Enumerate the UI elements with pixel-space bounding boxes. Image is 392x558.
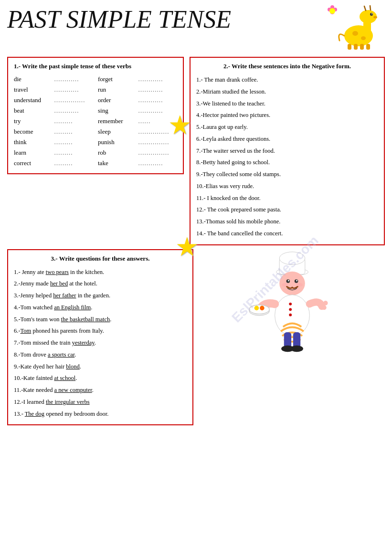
svg-line-8 bbox=[364, 6, 366, 11]
underlined-text: blond bbox=[66, 363, 79, 370]
svg-point-7 bbox=[361, 36, 366, 40]
svg-point-39 bbox=[322, 305, 327, 310]
verb-word: forget bbox=[98, 75, 136, 83]
star-decoration-2: ★ bbox=[175, 234, 199, 260]
underlined-text: the basketball match bbox=[61, 316, 110, 323]
verb-row: learn ……… bbox=[14, 147, 93, 158]
verb-word: sleep bbox=[98, 128, 136, 136]
underlined-text: her bed bbox=[50, 280, 68, 287]
verb-row: take ………… bbox=[98, 158, 177, 168]
verbs-grid: die ………… travel ………… understand …………… be… bbox=[14, 74, 177, 168]
verb-row: punish …………… bbox=[98, 137, 177, 147]
verb-word: punish bbox=[98, 138, 136, 146]
verb-word: learn bbox=[14, 149, 52, 157]
verb-dots: ………… bbox=[138, 96, 177, 104]
svg-point-35 bbox=[254, 305, 259, 310]
svg-point-25 bbox=[287, 280, 289, 281]
verb-row: become ……… bbox=[14, 126, 93, 137]
chef-area bbox=[199, 249, 385, 359]
verb-dots: ………… bbox=[54, 86, 93, 94]
list-item: 6.-Tom phoned his parents from Italy. bbox=[14, 325, 187, 337]
svg-point-18 bbox=[329, 8, 335, 14]
underlined-text: Tom bbox=[21, 327, 32, 334]
verb-dots: ……… bbox=[54, 128, 93, 136]
verb-row: try ……… bbox=[14, 116, 93, 126]
verbs-left: die ………… travel ………… understand …………… be… bbox=[14, 74, 93, 168]
svg-point-34 bbox=[249, 305, 269, 314]
verb-word: become bbox=[14, 128, 52, 136]
svg-point-30 bbox=[289, 302, 292, 305]
verb-word: remember bbox=[98, 117, 136, 125]
underlined-text: her father bbox=[53, 292, 76, 299]
svg-point-5 bbox=[373, 16, 377, 19]
section-2-sentences: 1.- The man drank coffee. 2.-Miriam stud… bbox=[196, 74, 378, 240]
list-item: 10.-Elias was very rude. bbox=[196, 180, 378, 192]
chef-illustration bbox=[244, 249, 340, 354]
verb-dots: ……… bbox=[54, 138, 93, 146]
section-1: 1.- Write the past simple tense of these… bbox=[7, 57, 184, 174]
section-2: 2.- Write these sentences into the Negat… bbox=[190, 57, 385, 245]
svg-point-32 bbox=[289, 313, 292, 316]
list-item: 7.-Tom missed the train yesterday. bbox=[14, 337, 187, 349]
star-decoration-1: ★ bbox=[168, 112, 191, 138]
svg-rect-10 bbox=[348, 44, 351, 50]
underlined-text: the irregular verbs bbox=[46, 399, 90, 405]
list-item: 8.-Betty hated going to school. bbox=[196, 157, 378, 168]
verb-word: beat bbox=[14, 107, 52, 115]
verb-row: rob …………… bbox=[98, 147, 177, 158]
underlined-text: yesterday bbox=[72, 339, 95, 346]
list-item: 4.-Hector painted two pictures. bbox=[196, 109, 378, 121]
svg-point-6 bbox=[352, 31, 358, 36]
verb-dots: …………… bbox=[138, 149, 177, 157]
svg-point-27 bbox=[282, 283, 288, 286]
underlined-text: an English film bbox=[54, 304, 91, 311]
svg-point-43 bbox=[290, 345, 303, 351]
verb-row: order ………… bbox=[98, 95, 177, 105]
underlined-text: at school bbox=[54, 375, 75, 381]
section-3: 3.- Write questions for these answers. 1… bbox=[7, 249, 193, 426]
list-item: 13.- The dog opened my bedroom door. bbox=[14, 408, 187, 420]
list-item: 9.-They collected some old stamps. bbox=[196, 168, 378, 180]
verb-row: correct ……… bbox=[14, 158, 93, 168]
section-1-title: 1.- Write the past simple tense of these… bbox=[14, 63, 177, 70]
verb-dots: ………… bbox=[138, 159, 177, 167]
list-item: 11.- I knocked on the door. bbox=[196, 192, 378, 204]
list-item: 13.-Thomas sold his mobile phone. bbox=[196, 216, 378, 228]
top-row: 1.- Write the past simple tense of these… bbox=[7, 57, 385, 245]
list-item: 1.- Jenny ate two pears in the kitchen. bbox=[14, 266, 187, 278]
svg-rect-13 bbox=[366, 44, 370, 50]
verb-word: run bbox=[98, 86, 136, 94]
verb-word: order bbox=[98, 96, 136, 104]
list-item: 6.-Leyla asked three questions. bbox=[196, 133, 378, 145]
underlined-text: two pears bbox=[46, 269, 69, 275]
list-item: 4.-Tom watched an English film. bbox=[14, 302, 187, 314]
svg-point-4 bbox=[371, 13, 372, 14]
svg-point-29 bbox=[275, 295, 309, 336]
list-item: 5.-Tom's team won the basketball match. bbox=[14, 314, 187, 326]
list-item: 2.-Miriam studied the lesson. bbox=[196, 86, 378, 98]
verb-dots: ………… bbox=[54, 75, 93, 83]
list-item: 5.-Laura got up early. bbox=[196, 121, 378, 133]
verb-row: understand …………… bbox=[14, 95, 93, 105]
list-item: 2.-Jenny made her bed at the hotel. bbox=[14, 278, 187, 290]
verb-word: correct bbox=[14, 159, 52, 167]
list-item: 12.-I learned the irregular verbs bbox=[14, 396, 187, 408]
list-item: 12.- The cook prepared some pasta. bbox=[196, 204, 378, 216]
svg-line-9 bbox=[370, 6, 371, 10]
list-item: 7.-The waiter served us the food. bbox=[196, 145, 378, 157]
verb-row: die ………… bbox=[14, 74, 93, 84]
list-item: 3.-Jenny helped her father in the garden… bbox=[14, 290, 187, 302]
list-item: 11.-Kate needed a new computer. bbox=[14, 384, 187, 396]
list-item: 8.-Tom drove a sports car. bbox=[14, 349, 187, 361]
list-item: 9.-Kate dyed her hair blond. bbox=[14, 361, 187, 373]
underlined-text: The dog bbox=[25, 411, 44, 417]
page-title: PAST SIMPLE TENSE bbox=[7, 7, 231, 32]
svg-point-3 bbox=[370, 13, 373, 16]
svg-point-21 bbox=[279, 252, 305, 264]
verb-row: sing ………… bbox=[98, 105, 177, 116]
section-2-title: 2.- Write these sentences into the Negat… bbox=[196, 63, 378, 70]
verb-dots: ………… bbox=[54, 107, 93, 115]
bottom-row: 3.- Write questions for these answers. 1… bbox=[7, 249, 385, 426]
svg-point-26 bbox=[296, 280, 297, 281]
verb-dots: ……… bbox=[54, 149, 93, 157]
